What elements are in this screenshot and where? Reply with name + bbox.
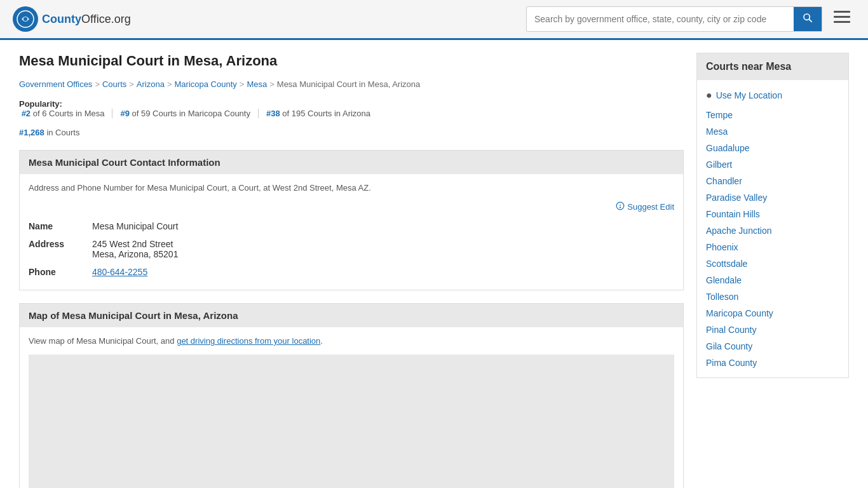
menu-button[interactable] [829, 8, 855, 30]
header-controls [526, 6, 855, 32]
site-header: CountyOffice.org [0, 0, 868, 40]
location-icon: ● [706, 90, 712, 101]
search-button[interactable] [794, 7, 822, 31]
sidebar-item-fountain-hills[interactable]: Fountain Hills [706, 206, 839, 222]
logo-icon [13, 6, 38, 32]
sidebar-item-phoenix[interactable]: Phoenix [706, 239, 839, 255]
svg-rect-6 [834, 21, 850, 23]
driving-directions-link[interactable]: get driving directions from your locatio… [177, 336, 320, 346]
popularity-section: Popularity: #2 of 6 Courts in Mesa #9 of… [19, 99, 684, 137]
svg-point-9 [620, 207, 621, 208]
popularity-items: #2 of 6 Courts in Mesa #9 of 59 Courts i… [19, 109, 684, 118]
contact-row-name: Name Mesa Municipal Court [29, 217, 674, 235]
sidebar-item-mesa[interactable]: Mesa [706, 123, 839, 140]
sidebar-item-tempe[interactable]: Tempe [706, 107, 839, 123]
sidebar-item-chandler[interactable]: Chandler [706, 173, 839, 189]
map-section: Map of Mesa Municipal Court in Mesa, Ari… [19, 303, 684, 488]
contact-address: 245 West 2nd Street Mesa, Arizona, 85201 [92, 239, 178, 259]
sidebar-item-apache-junction[interactable]: Apache Junction [706, 222, 839, 239]
page-title: Mesa Municipal Court in Mesa, Arizona [19, 53, 684, 69]
pop-item-4: #1,268 in Courts [19, 128, 79, 137]
contact-section-header: Mesa Municipal Court Contact Information [20, 151, 683, 174]
svg-line-3 [809, 19, 811, 22]
sidebar-item-gila-county[interactable]: Gila County [706, 338, 839, 355]
search-input[interactable] [527, 9, 794, 29]
sidebar-item-pinal-county[interactable]: Pinal County [706, 322, 839, 338]
breadcrumb-courts[interactable]: Courts [102, 79, 126, 89]
pop-item-1: #2 of 6 Courts in Mesa [22, 109, 113, 118]
sidebar-item-scottsdale[interactable]: Scottsdale [706, 255, 839, 272]
contact-table: Name Mesa Municipal Court Address 245 We… [29, 217, 674, 281]
sidebar-item-guadalupe[interactable]: Guadalupe [706, 140, 839, 156]
logo-text: CountyOffice.org [42, 13, 131, 26]
contact-section: Mesa Municipal Court Contact Information… [19, 150, 684, 290]
contact-section-body: Address and Phone Number for Mesa Munici… [20, 174, 683, 290]
pop-item-2: #9 of 59 Courts in Maricopa County [120, 109, 259, 118]
pop-item-3: #38 of 195 Courts in Arizona [266, 109, 378, 118]
suggest-edit-row: Suggest Edit [29, 201, 674, 212]
contact-description: Address and Phone Number for Mesa Munici… [29, 183, 674, 193]
breadcrumb-maricopa-county[interactable]: Maricopa County [175, 79, 237, 89]
svg-rect-4 [834, 11, 850, 13]
phone-link: 480-644-2255 [92, 267, 147, 277]
sidebar: Courts near Mesa ● Use My Location Tempe… [696, 53, 849, 488]
contact-row-phone: Phone 480-644-2255 [29, 263, 674, 281]
breadcrumb-arizona[interactable]: Arizona [137, 79, 165, 89]
main-container: Mesa Municipal Court in Mesa, Arizona Go… [0, 40, 868, 488]
map-description: View map of Mesa Municipal Court, and ge… [29, 336, 674, 346]
breadcrumb-mesa[interactable]: Mesa [247, 79, 267, 89]
breadcrumb-government-offices[interactable]: Government Offices [19, 79, 92, 89]
breadcrumb: Government Offices > Courts > Arizona > … [19, 79, 684, 89]
svg-point-2 [804, 14, 810, 20]
contact-row-address: Address 245 West 2nd Street Mesa, Arizon… [29, 235, 674, 263]
sidebar-item-glendale[interactable]: Glendale [706, 272, 839, 288]
suggest-edit-button[interactable]: Suggest Edit [616, 201, 674, 212]
sidebar-title: Courts near Mesa [697, 53, 848, 80]
suggest-edit-icon [616, 201, 625, 212]
sidebar-item-pima-county[interactable]: Pima County [706, 355, 839, 371]
use-my-location-link[interactable]: ● Use My Location [706, 86, 839, 104]
sidebar-item-gilbert[interactable]: Gilbert [706, 156, 839, 173]
breadcrumb-current: Mesa Municipal Court in Mesa, Arizona [277, 79, 420, 89]
map-section-header: Map of Mesa Municipal Court in Mesa, Ari… [20, 304, 683, 327]
map-placeholder [29, 355, 674, 488]
sidebar-item-tolleson[interactable]: Tolleson [706, 288, 839, 305]
search-bar [526, 6, 822, 32]
svg-rect-5 [834, 16, 850, 18]
phone-number-link[interactable]: 480-644-2255 [92, 267, 147, 277]
sidebar-courts-near-mesa: Courts near Mesa ● Use My Location Tempe… [696, 53, 849, 378]
map-section-body: View map of Mesa Municipal Court, and ge… [20, 327, 683, 488]
content-area: Mesa Municipal Court in Mesa, Arizona Go… [19, 53, 684, 488]
sidebar-item-paradise-valley[interactable]: Paradise Valley [706, 189, 839, 206]
logo-area: CountyOffice.org [13, 6, 131, 32]
svg-point-1 [24, 17, 27, 21]
sidebar-item-maricopa-county[interactable]: Maricopa County [706, 305, 839, 322]
sidebar-list-inner: ● Use My Location Tempe Mesa Guadalupe G… [697, 80, 848, 377]
